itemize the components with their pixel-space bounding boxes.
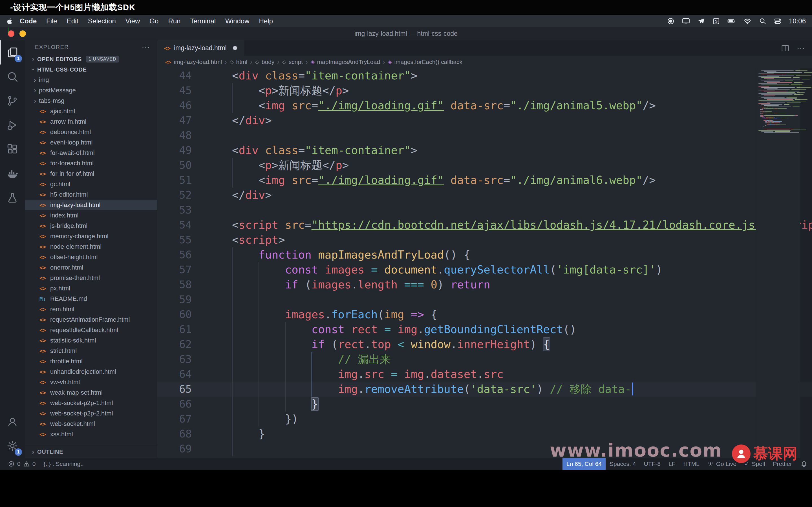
tree-item-img[interactable]: ›img [25,75,157,85]
code-line-54[interactable]: 54 <script src="https://cdn.bootcdn.net/… [157,217,812,232]
code-line-62[interactable]: 62 if (rect.top < window.innerHeight) { [157,337,812,352]
code-line-52[interactable]: 52 </div> [157,187,812,203]
tree-item-node-element.html[interactable]: <>node-element.html [25,241,157,252]
menu-terminal[interactable]: Terminal [185,17,220,25]
minimap[interactable] [756,68,800,458]
tree-item-rem.html[interactable]: <>rem.html [25,304,157,314]
tree-item-img-lazy-load.html[interactable]: <>img-lazy-load.html [25,200,157,210]
activity-extensions-icon[interactable] [0,137,25,161]
minimize-window-button[interactable] [19,31,26,37]
breadcrumb-item-2[interactable]: ◇body [255,59,274,65]
breadcrumb-item-4[interactable]: ◈mapImagesAndTryLoad [311,59,380,65]
control-center-icon[interactable] [774,17,781,25]
code-line-46[interactable]: 46 <img src="./img/loading.gif" data-src… [157,98,812,113]
activity-run-debug-icon[interactable] [0,113,25,137]
display-icon[interactable] [682,17,690,25]
accounts-icon[interactable] [0,409,25,434]
sogou-input-icon[interactable]: S [712,17,720,25]
tree-item-web-socket.html[interactable]: <>web-socket.html [25,418,157,429]
menu-code[interactable]: Code [15,17,42,25]
code-line-44[interactable]: 44 <div class="item-container"> [157,68,812,83]
code-line-45[interactable]: 45 <p>新闻标题</p> [157,83,812,98]
apple-menu-icon[interactable] [6,18,13,25]
tree-item-weak-map-set.html[interactable]: <>weak-map-set.html [25,387,157,398]
screen-record-icon[interactable] [667,17,674,25]
code-line-56[interactable]: 56 function mapImagesAndTryLoad() { [157,247,812,262]
tree-item-event-loop.html[interactable]: <>event-loop.html [25,137,157,148]
editor-more-icon[interactable]: ··· [797,44,805,53]
breadcrumb-item-0[interactable]: <>img-lazy-load.html [165,59,222,65]
code-line-65[interactable]: 65 img.removeAttribute('data-src') // 移除… [157,382,812,397]
tree-item-for-await-of.html[interactable]: <>for-await-of.html [25,148,157,158]
tree-item-index.html[interactable]: <>index.html [25,210,157,221]
activity-docker-icon[interactable] [0,161,25,186]
tree-item-throttle.html[interactable]: <>throttle.html [25,356,157,367]
tree-item-unhandledrejection.html[interactable]: <>unhandledrejection.html [25,367,157,377]
menu-clock[interactable]: 10:06 [789,17,806,25]
code-line-64[interactable]: 64 img.src = img.dataset.src [157,367,812,382]
tree-item-px.html[interactable]: <>px.html [25,283,157,293]
activity-beaker-icon[interactable] [0,186,25,210]
tree-item-offset-height.html[interactable]: <>offset-height.html [25,252,157,262]
outline-section[interactable]: › OUTLINE [25,446,157,458]
problems-status[interactable]: 0 0 [4,458,40,470]
code-line-60[interactable]: 60 images.forEach(img => { [157,307,812,322]
code-line-61[interactable]: 61 const rect = img.getBoundingClientRec… [157,322,812,337]
tree-item-requestAnimationFrame.html[interactable]: <>requestAnimationFrame.html [25,314,157,325]
tree-item-gc.html[interactable]: <>gc.html [25,179,157,189]
tree-item-debounce.html[interactable]: <>debounce.html [25,127,157,137]
menu-selection[interactable]: Selection [83,17,121,25]
scanning-status[interactable]: {..} : Scanning.. [40,458,87,470]
code-line-49[interactable]: 49 <div class="item-container"> [157,143,812,158]
menu-edit[interactable]: Edit [62,17,83,25]
telegram-icon[interactable] [698,17,705,25]
tree-item-strict.html[interactable]: <>strict.html [25,346,157,356]
open-editors-section[interactable]: › OPEN EDITORS 1 UNSAVED [25,54,157,64]
tree-item-web-socket-p2p-2.html[interactable]: <>web-socket-p2p-2.html [25,408,157,418]
zoom-window-button[interactable] [8,27,8,34]
modified-dot-icon[interactable] [233,46,237,50]
code-line-50[interactable]: 50 <p>新闻标题</p> [157,158,812,173]
notifications-bell-icon[interactable] [796,460,812,467]
breadcrumb-item-5[interactable]: ◈images.forEach() callback [388,59,462,65]
menu-go[interactable]: Go [145,17,163,25]
tree-item-web-socket-p2p-1.html[interactable]: <>web-socket-p2p-1.html [25,398,157,408]
menu-window[interactable]: Window [220,17,254,25]
tree-item-for-in-for-of.html[interactable]: <>for-in-for-of.html [25,168,157,179]
tab-img-lazy-load[interactable]: <> img-lazy-load.html [157,40,244,56]
menu-view[interactable]: View [121,17,145,25]
activity-explorer-icon[interactable]: 1 [0,40,25,64]
settings-gear-icon[interactable]: 1 [0,434,25,458]
tree-item-for-foreach.html[interactable]: <>for-foreach.html [25,158,157,168]
tree-item-js-bridge.html[interactable]: <>js-bridge.html [25,221,157,231]
code-line-58[interactable]: 58 if (images.length === 0) return [157,277,812,292]
code-line-53[interactable]: 53 [157,203,812,217]
code-line-67[interactable]: 67 }) [157,411,812,427]
menu-file[interactable]: File [42,17,62,25]
tree-item-onerror.html[interactable]: <>onerror.html [25,262,157,273]
tree-item-requestIdleCallback.html[interactable]: <>requestIdleCallback.html [25,325,157,335]
tree-item-tabs-msg[interactable]: ›tabs-msg [25,96,157,106]
code-line-59[interactable]: 59 [157,292,812,307]
tree-item-memory-change.html[interactable]: <>memory-change.html [25,231,157,241]
tree-item-h5-editor.html[interactable]: <>h5-editor.html [25,189,157,200]
code-line-51[interactable]: 51 <img src="./img/loading.gif" data-src… [157,173,812,187]
code-line-63[interactable]: 63 // 漏出来 [157,352,812,367]
activity-search-icon[interactable] [0,64,25,89]
code-line-68[interactable]: 68 } [157,427,812,441]
tree-item-xss.html[interactable]: <>xss.html [25,429,157,439]
tree-item-promise-then.html[interactable]: <>promise-then.html [25,273,157,283]
code-line-55[interactable]: 55 <script> [157,232,812,247]
menu-help[interactable]: Help [254,17,277,25]
split-editor-icon[interactable] [781,44,790,52]
code-line-48[interactable]: 48 [157,128,812,143]
activity-source-control-icon[interactable] [0,89,25,113]
close-window-button[interactable] [8,31,14,37]
tree-item-vw-vh.html[interactable]: <>vw-vh.html [25,377,157,387]
tree-item-postMessage[interactable]: ›postMessage [25,85,157,96]
menu-run[interactable]: Run [163,17,185,25]
explorer-more-icon[interactable]: ··· [142,43,150,51]
battery-icon[interactable] [727,17,736,25]
tree-item-README.md[interactable]: M↓README.md [25,293,157,304]
code-line-57[interactable]: 57 const images = document.querySelector… [157,262,812,277]
